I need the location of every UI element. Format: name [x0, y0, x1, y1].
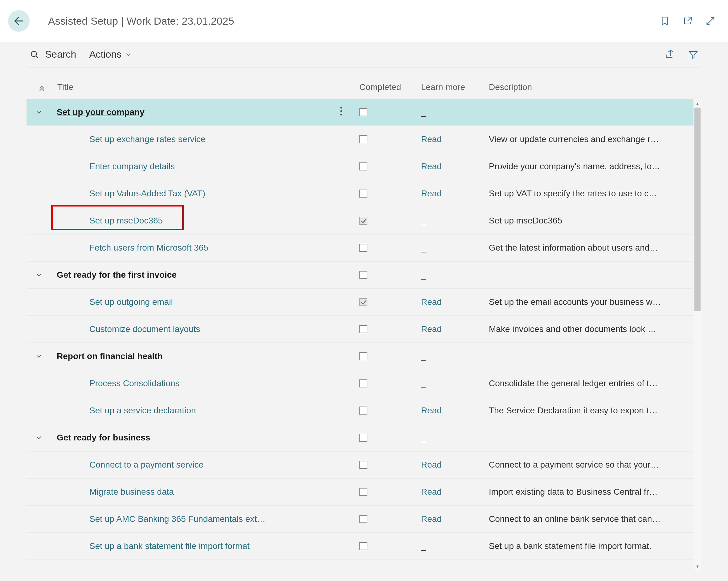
table-row[interactable]: Connect to a payment serviceReadConnect … — [26, 452, 702, 479]
completed-checkbox[interactable] — [359, 298, 367, 306]
row-title[interactable]: Fetch users from Microsoft 365 — [51, 243, 359, 253]
back-button[interactable] — [8, 10, 30, 32]
row-title[interactable]: Set up your company — [51, 107, 359, 117]
description-cell: Set up the email accounts your business … — [489, 297, 702, 307]
completed-checkbox[interactable] — [359, 406, 367, 415]
completed-checkbox[interactable] — [359, 488, 367, 496]
table-row[interactable]: Set up a bank statement file import form… — [26, 533, 702, 560]
search-action[interactable]: Search — [30, 49, 76, 60]
completed-checkbox[interactable] — [359, 542, 367, 550]
filter-icon — [688, 49, 698, 60]
row-title[interactable]: Set up AMC Banking 365 Fundamentals ext… — [51, 514, 359, 524]
row-title[interactable]: Get ready for the first invoice — [51, 270, 359, 280]
share-button[interactable] — [665, 49, 675, 60]
svg-point-1 — [31, 51, 36, 56]
learn-more-link[interactable]: Read — [421, 487, 489, 497]
collapse-all-button[interactable] — [37, 83, 46, 92]
column-title[interactable]: Title — [57, 82, 359, 92]
completed-checkbox[interactable] — [359, 515, 367, 523]
completed-checkbox[interactable] — [359, 352, 367, 360]
row-title[interactable]: Set up exchange rates service — [51, 134, 359, 144]
row-title[interactable]: Set up a bank statement file import form… — [51, 541, 359, 551]
row-toggle[interactable] — [26, 434, 51, 442]
row-title[interactable]: Connect to a payment service — [51, 460, 359, 470]
row-title-text: Customize document layouts — [89, 324, 200, 334]
learn-more-link[interactable]: Read — [421, 189, 489, 199]
popout-button[interactable] — [682, 16, 693, 26]
row-title[interactable]: Get ready for business — [51, 433, 359, 443]
table-row[interactable]: Customize document layoutsReadMake invoi… — [26, 316, 702, 343]
expand-button[interactable] — [705, 16, 716, 26]
completed-checkbox[interactable] — [359, 162, 367, 170]
row-title[interactable]: Migrate business data — [51, 487, 359, 497]
group-row[interactable]: Get ready for business_ — [26, 424, 702, 452]
scrollbar[interactable]: ▴ ▾ — [694, 99, 702, 571]
learn-more-dash: _ — [421, 541, 489, 551]
filter-button[interactable] — [688, 49, 698, 60]
learn-more-link[interactable]: Read — [421, 161, 489, 171]
completed-checkbox[interactable] — [359, 271, 367, 279]
group-row[interactable]: Report on financial health_ — [26, 343, 702, 370]
scroll-up-arrow[interactable]: ▴ — [694, 99, 702, 108]
description-cell: Set up mseDoc365 — [489, 216, 702, 226]
row-title[interactable]: Enter company details — [51, 161, 359, 171]
top-bar: Assisted Setup | Work Date: 23.01.2025 — [0, 0, 728, 42]
completed-checkbox[interactable] — [359, 325, 367, 333]
completed-checkbox[interactable] — [359, 217, 367, 225]
completed-checkbox[interactable] — [359, 434, 367, 442]
row-title[interactable]: Set up Value-Added Tax (VAT) — [51, 189, 359, 199]
completed-cell — [359, 379, 421, 388]
row-title[interactable]: Report on financial health — [51, 351, 359, 361]
completed-cell — [359, 488, 421, 496]
row-toggle[interactable] — [26, 271, 51, 279]
group-row[interactable]: Set up your company_ — [26, 99, 702, 126]
scroll-down-arrow[interactable]: ▾ — [694, 562, 702, 571]
table-row[interactable]: Set up Value-Added Tax (VAT)ReadSet up V… — [26, 180, 702, 207]
svg-line-2 — [36, 56, 37, 58]
table-row[interactable]: Set up AMC Banking 365 Fundamentals ext…… — [26, 506, 702, 533]
learn-more-link[interactable]: Read — [421, 460, 489, 470]
table-row[interactable]: Migrate business dataReadImport existing… — [26, 479, 702, 506]
learn-more-link[interactable]: Read — [421, 514, 489, 524]
column-learn-more[interactable]: Learn more — [421, 82, 489, 92]
completed-cell — [359, 461, 421, 469]
learn-more-link[interactable]: Read — [421, 406, 489, 416]
learn-more-link[interactable]: Read — [421, 297, 489, 307]
group-row[interactable]: Get ready for the first invoice_ — [26, 262, 702, 289]
table-row[interactable]: Set up exchange rates serviceReadView or… — [26, 126, 702, 153]
table-row[interactable]: Set up mseDoc365_Set up mseDoc365 — [26, 207, 702, 235]
completed-checkbox[interactable] — [359, 108, 367, 116]
actions-menu[interactable]: Actions — [89, 49, 132, 60]
completed-checkbox[interactable] — [359, 461, 367, 469]
table-row[interactable]: Fetch users from Microsoft 365_Get the l… — [26, 235, 702, 262]
bookmark-button[interactable] — [659, 16, 670, 26]
row-title[interactable]: Customize document layouts — [51, 324, 359, 334]
row-title[interactable]: Process Consolidations — [51, 378, 359, 388]
table-row[interactable]: Enter company detailsReadProvide your co… — [26, 153, 702, 180]
completed-cell — [359, 135, 421, 143]
row-toggle[interactable] — [26, 108, 51, 116]
row-title[interactable]: Set up mseDoc365 — [51, 216, 359, 226]
learn-more-dash: _ — [421, 216, 489, 226]
row-title[interactable]: Set up a service declaration — [51, 406, 359, 416]
completed-checkbox[interactable] — [359, 244, 367, 252]
scrollbar-thumb[interactable] — [695, 108, 701, 311]
popout-icon — [682, 16, 693, 26]
row-title-text: Connect to a payment service — [89, 460, 203, 469]
table-row[interactable]: Set up a service declarationReadThe Serv… — [26, 397, 702, 424]
learn-more-link[interactable]: Read — [421, 134, 489, 144]
completed-checkbox[interactable] — [359, 379, 367, 388]
row-title-text: Set up AMC Banking 365 Fundamentals ext… — [89, 514, 265, 524]
chevron-down-icon — [35, 352, 43, 360]
row-more-actions[interactable] — [338, 104, 344, 121]
table-row[interactable]: Process Consolidations_Consolidate the g… — [26, 370, 702, 397]
completed-checkbox[interactable] — [359, 135, 367, 143]
table-row[interactable]: Set up outgoing emailReadSet up the emai… — [26, 289, 702, 316]
row-title-text: Get ready for the first invoice — [57, 270, 177, 280]
completed-checkbox[interactable] — [359, 189, 367, 197]
learn-more-link[interactable]: Read — [421, 324, 489, 334]
column-completed[interactable]: Completed — [359, 82, 421, 92]
row-title[interactable]: Set up outgoing email — [51, 297, 359, 307]
column-description[interactable]: Description — [489, 82, 702, 92]
row-toggle[interactable] — [26, 352, 51, 360]
